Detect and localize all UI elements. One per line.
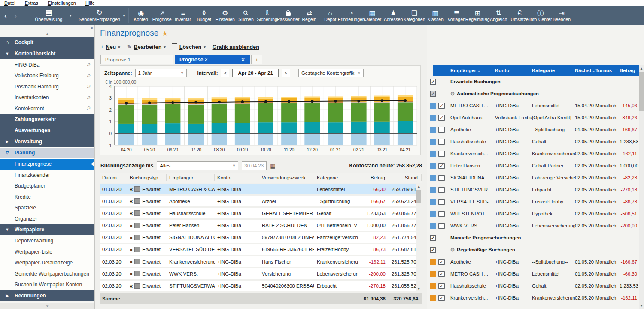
forecast-entry-row[interactable]: VERSATEL SÜD-...+ING-DiBaFreizeit:Hobby0…: [427, 196, 639, 208]
entry-checkbox[interactable]: ✓: [438, 283, 445, 289]
forecast-entry-row[interactable]: ✓METRO CASH ...+ING-DiBaLebensmittel01.0…: [427, 268, 639, 280]
scrollbar-thumb[interactable]: [639, 72, 644, 111]
budget-button[interactable]: ⚱Budget: [194, 6, 215, 25]
ueberweisung-button[interactable]: ▤Überweisung: [25, 6, 69, 25]
favorite-star-icon[interactable]: ★: [162, 30, 167, 37]
entry-checkbox[interactable]: ✓: [438, 259, 445, 265]
column-header-betrag[interactable]: Betrag: [358, 174, 389, 181]
tab-prognose-1[interactable]: Prognose 1: [100, 55, 173, 64]
sidebar-section-zahlungsverkehr[interactable]: Zahlungsverkehr: [0, 114, 94, 125]
table-scrollbar[interactable]: ▲ ▼: [416, 184, 422, 292]
back-button[interactable]: ‹: [4, 11, 7, 20]
sidebar-scroll-up[interactable]: ▲: [0, 31, 94, 37]
filter-select[interactable]: Alles ∨: [157, 161, 238, 170]
scroll-up-icon[interactable]: ▲: [639, 67, 644, 70]
regelmaessig-button[interactable]: ⊞Regelmäßig: [467, 6, 488, 25]
column-header-nchst[interactable]: Nächst...▲: [575, 68, 595, 73]
column-header-konto[interactable]: Konto: [495, 68, 532, 73]
forecast-entry-row[interactable]: ✓Peter Hansen+ING-DiBaGehalt Partner02.0…: [427, 160, 639, 172]
column-header-empfnger[interactable]: Empfänger▲: [450, 68, 495, 73]
collapse-icon[interactable]: ⊖: [450, 247, 455, 253]
table-row[interactable]: 02.03.20«ErwartetSIGNAL IDUNA ALLGE...+I…: [100, 232, 416, 243]
neu-button[interactable]: +Neu▾: [100, 44, 120, 50]
sidebar-item-inventarkonten[interactable]: Inventarkonten⚲: [0, 92, 94, 103]
scroll-up-icon[interactable]: ▲: [416, 185, 422, 188]
sidebar-item-budgetplaner[interactable]: Budgetplaner: [0, 181, 94, 192]
forecast-entry-row[interactable]: SIGNAL IDUNA ...+ING-DiBaFahrzeuge:Versi…: [427, 172, 639, 184]
tab-close-icon[interactable]: ✕: [241, 57, 245, 63]
group-checkbox[interactable]: ✓: [430, 79, 436, 85]
scroll-down-icon[interactable]: ▼: [416, 287, 422, 291]
charttype-select[interactable]: Gestapelte Kontengrafik ∨: [298, 69, 364, 77]
column-header-kategorie[interactable]: Kategorie: [314, 174, 358, 181]
bearbeiten-button[interactable]: ✎Bearbeiten▾: [127, 44, 166, 50]
group-checkbox[interactable]: ✓: [430, 247, 436, 253]
entry-checkbox[interactable]: ✓: [438, 295, 445, 301]
entry-checkbox[interactable]: ✓: [438, 103, 445, 109]
pin-icon[interactable]: ⚲: [87, 95, 90, 100]
menu-extras[interactable]: Extras: [25, 0, 38, 6]
forecast-entry-row[interactable]: ✓Haushaltsschule+ING-DiBaGehalt02.05.20M…: [427, 280, 639, 292]
passwoerter-button[interactable]: Passwörter: [278, 6, 299, 25]
scroll-down-icon[interactable]: ▼: [639, 304, 644, 308]
pin-icon[interactable]: ⚲: [87, 84, 90, 89]
menu-einstellungen[interactable]: Einstellungen: [48, 0, 76, 6]
interval-next-button[interactable]: >: [282, 69, 290, 77]
forecast-entry-row[interactable]: ✓Apotheke+ING-DiBa--Splittbuchung--01.05…: [427, 256, 639, 268]
tab-prognose-2[interactable]: Prognose 2✕: [175, 55, 250, 64]
sidebar-item-organizer[interactable]: Organizer: [0, 213, 94, 224]
table-row[interactable]: 02.03.20«ErwartetSTIFTUNGSVERWALTU...+IN…: [100, 281, 416, 291]
interval-value-button[interactable]: Apr 20 - Apr 21: [232, 69, 278, 77]
entry-checkbox[interactable]: [438, 211, 445, 217]
dropdown-caret-icon[interactable]: ▾: [70, 13, 73, 18]
kategorien-button[interactable]: ❏Kategorien: [404, 6, 425, 25]
prognose-button[interactable]: ↗Prognose: [152, 6, 173, 25]
scrollbar-thumb[interactable]: [416, 190, 421, 203]
entry-checkbox[interactable]: [438, 139, 445, 145]
pin-icon[interactable]: ⚲: [87, 73, 90, 79]
forward-button[interactable]: ›: [14, 11, 17, 20]
entry-checkbox[interactable]: ✓: [438, 115, 445, 121]
senden-empfangen-button[interactable]: ↻Senden/Empfangen: [73, 6, 122, 25]
column-header-kategorie[interactable]: Kategorie: [532, 68, 575, 73]
column-header-verwendungszweck[interactable]: Verwendungszweck: [259, 174, 314, 181]
interval-prev-button[interactable]: <: [221, 69, 229, 77]
right-panel-scrollbar[interactable]: ▲ ▼: [639, 65, 644, 309]
zeitspanne-select[interactable]: 1 Jahr ∨: [135, 69, 187, 77]
grafik-ausblenden-button[interactable]: Grafik ausblenden: [213, 44, 259, 50]
column-header-turnus[interactable]: Turnus: [595, 68, 620, 73]
umsaetze-button[interactable]: €Umsätze: [509, 6, 530, 25]
sidebar-section-verwaltung[interactable]: ▶Verwaltung: [0, 136, 94, 147]
loeschen-button[interactable]: Löschen▾: [173, 44, 206, 50]
collapse-icon[interactable]: ⊖: [450, 91, 455, 97]
entry-checkbox[interactable]: ✓: [438, 271, 445, 277]
sidebar-collapse-icon[interactable]: ⇥: [89, 25, 93, 31]
einstellen-button[interactable]: ⚙Einstellen: [215, 6, 236, 25]
sidebar-item-postbank-hamburg[interactable]: Postbank Hamburg⚲: [0, 81, 94, 92]
forecast-entry-row[interactable]: Krankenversich...+ING-DiBaKrankenversich…: [427, 148, 639, 160]
abgleich-button[interactable]: ⇅Abgleich: [488, 6, 509, 25]
entry-checkbox[interactable]: [438, 127, 445, 133]
pin-icon[interactable]: ⚲: [87, 62, 90, 67]
entry-checkbox[interactable]: [438, 223, 445, 229]
sidebar-item-depotverwaltung[interactable]: Depotverwaltung: [0, 236, 94, 247]
forecast-entry-row[interactable]: ✓Krankenversich...+ING-DiBaKrankenversic…: [427, 292, 639, 304]
sidebar-item-finanzkalender[interactable]: Finanzkalender: [0, 170, 94, 181]
forecast-entry-row[interactable]: Apotheke+ING-DiBa--Splittbuchung--01.05.…: [427, 124, 639, 136]
sidebar-item-wertpapier-liste[interactable]: Wertpapier-Liste: [0, 246, 94, 258]
column-header-buchungstyp[interactable]: Buchungstyp: [127, 174, 167, 181]
erinnerungen-button[interactable]: ◔Erinnerungen: [341, 6, 362, 25]
column-header-stand[interactable]: Stand: [389, 174, 422, 181]
forecast-entry-row[interactable]: WUESTENROT ...+ING-DiBaHypothek02.05.20M…: [427, 208, 639, 220]
info-center-button[interactable]: ⓘInfo-Center: [530, 6, 551, 25]
column-header-empfnger[interactable]: Empfänger: [167, 174, 215, 181]
forecast-entry-row[interactable]: ✓METRO CASH ...+ING-DiBaLebensmittel15.0…: [427, 100, 639, 112]
depot-button[interactable]: ⌂Depot: [320, 6, 341, 25]
sidebar-item-wertpapier-detailanzeige[interactable]: Wertpapier-Detailanzeige: [0, 258, 94, 269]
sidebar-section-wertpapiere[interactable]: ▼Wertpapiere: [0, 224, 94, 235]
sidebar-scroll-down[interactable]: ▼: [0, 303, 94, 309]
sidebar-item-gemerkte-wertpapierbuchungen[interactable]: Gemerkte Wertpapierbuchungen: [0, 268, 94, 279]
sidebar-item-kredite[interactable]: Kredite: [0, 191, 94, 203]
filter-date-input[interactable]: 30.04.23: [242, 161, 267, 170]
table-row[interactable]: 02.03.20«ErwartetHaushaltsschule+ING-DiB…: [100, 208, 416, 218]
